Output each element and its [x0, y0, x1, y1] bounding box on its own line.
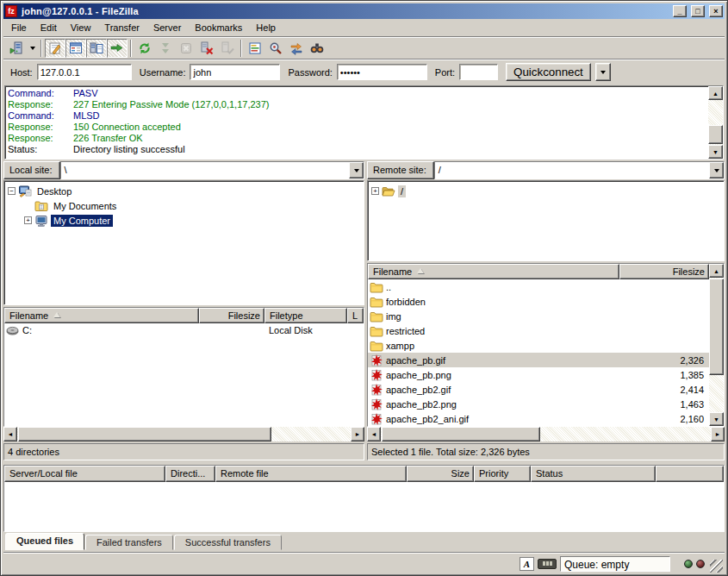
remote-file-row[interactable]: apache_pb.png1,385	[368, 367, 709, 382]
process-queue-button[interactable]	[155, 39, 176, 58]
tab-failed-transfers[interactable]: Failed transfers	[85, 535, 173, 550]
scroll-down-icon[interactable]: ▼	[709, 412, 724, 426]
directory-comparison-icon	[269, 41, 283, 55]
tab-successful-transfers[interactable]: Successful transfers	[174, 535, 282, 550]
remote-site-combo[interactable]: /	[434, 161, 725, 179]
local-list-body[interactable]: C: Local Disk	[4, 323, 364, 427]
find-files-button[interactable]	[307, 39, 327, 58]
cancel-operation-button[interactable]	[176, 39, 196, 58]
synchronized-browsing-button[interactable]	[286, 39, 307, 58]
quickconnect-dropdown-button[interactable]	[595, 63, 611, 81]
tab-queued-files[interactable]: Queued files	[5, 533, 84, 550]
data-type-indicator-icon[interactable]: A	[520, 557, 534, 571]
host-input[interactable]	[37, 64, 132, 80]
remote-file-row[interactable]: xampp	[368, 338, 709, 353]
scroll-up-icon[interactable]: ▲	[709, 264, 724, 278]
scrollbar-thumb[interactable]	[709, 279, 724, 375]
remote-file-row[interactable]: forbidden	[368, 294, 709, 309]
scroll-right-icon[interactable]: ►	[711, 427, 725, 441]
log-vertical-scrollbar[interactable]: ▲ ▼	[708, 86, 723, 159]
column-header-direction[interactable]: Directi...	[165, 466, 215, 482]
remote-site-value[interactable]: /	[435, 162, 709, 178]
tree-item-my-documents[interactable]: My Documents	[24, 198, 362, 213]
speed-limit-indicator-icon[interactable]	[538, 559, 557, 569]
tree-item-my-computer[interactable]: + My Computer	[24, 213, 362, 228]
password-input[interactable]	[337, 64, 427, 80]
directory-listing-filters-button[interactable]	[245, 39, 265, 58]
toggle-remote-tree-button[interactable]	[86, 39, 107, 58]
folder-icon	[370, 295, 383, 309]
local-site-dropdown-button[interactable]	[349, 162, 364, 178]
remote-file-row[interactable]: apache_pb2.png1,463	[368, 397, 709, 411]
expand-icon[interactable]: +	[24, 216, 32, 224]
column-header-filename[interactable]: Filename	[368, 264, 619, 279]
menu-transfer[interactable]: Transfer	[97, 21, 146, 34]
resize-grip[interactable]	[710, 560, 723, 573]
directory-comparison-button[interactable]	[265, 39, 286, 58]
column-header-filesize[interactable]: Filesize	[199, 308, 264, 323]
remote-file-row[interactable]: ..	[368, 279, 709, 294]
toggle-transfer-queue-button[interactable]	[107, 39, 128, 58]
remote-list-body[interactable]: .. forbidden img restricted xampp apache…	[368, 279, 709, 426]
tree-item-desktop[interactable]: − Desktop	[8, 184, 362, 198]
local-site-combo[interactable]: \	[60, 161, 364, 179]
local-site-value[interactable]: \	[61, 162, 349, 178]
refresh-button[interactable]	[134, 39, 155, 58]
minimize-button[interactable]: _	[673, 5, 687, 17]
menu-help[interactable]: Help	[249, 21, 283, 34]
dropdown-arrow-icon	[30, 47, 35, 50]
menu-edit[interactable]: Edit	[34, 21, 64, 34]
menu-file[interactable]: File	[4, 21, 34, 34]
port-input[interactable]	[459, 64, 498, 80]
remote-file-row[interactable]: restricted	[368, 323, 709, 338]
scroll-up-icon[interactable]: ▲	[708, 86, 723, 100]
scrollbar-thumb[interactable]	[708, 125, 723, 144]
column-header-size[interactable]: Size	[407, 466, 474, 482]
remote-vertical-scrollbar[interactable]: ▲ ▼	[709, 264, 724, 426]
remote-file-row-selected[interactable]: apache_pb.gif2,326	[368, 353, 709, 367]
toggle-local-tree-button[interactable]	[65, 39, 86, 58]
column-header-last-modified[interactable]: L	[347, 308, 364, 323]
remote-horizontal-scrollbar[interactable]: ◄ ►	[367, 427, 725, 441]
remote-file-row[interactable]: apache_pb2_ani.gif2,160	[368, 411, 709, 426]
column-header-filesize[interactable]: Filesize	[619, 264, 709, 279]
menu-server[interactable]: Server	[146, 21, 188, 34]
toggle-message-log-button[interactable]	[45, 39, 65, 58]
title-bar[interactable]: fz john@127.0.0.1 - FileZilla _ □ ×	[3, 3, 725, 19]
remote-site-dropdown-button[interactable]	[709, 162, 724, 178]
scroll-right-icon[interactable]: ►	[351, 427, 364, 441]
remote-site-row: Remote site: /	[367, 161, 725, 179]
column-header-priority[interactable]: Priority	[474, 466, 531, 482]
column-header-remote-file[interactable]: Remote file	[215, 466, 407, 482]
site-manager-dropdown-button[interactable]	[27, 39, 38, 58]
disconnect-button[interactable]	[196, 39, 217, 58]
column-header-status[interactable]: Status	[531, 466, 656, 482]
maximize-button[interactable]: □	[691, 5, 705, 17]
scroll-left-icon[interactable]: ◄	[367, 427, 381, 441]
queue-body[interactable]	[4, 482, 724, 531]
collapse-icon[interactable]: −	[8, 187, 16, 195]
expand-icon[interactable]: +	[371, 187, 379, 195]
menu-bookmarks[interactable]: Bookmarks	[188, 21, 249, 34]
reconnect-button[interactable]	[217, 39, 238, 58]
menu-view[interactable]: View	[64, 21, 98, 34]
column-header-filename[interactable]: Filename	[4, 308, 199, 323]
close-button[interactable]: ×	[709, 5, 723, 17]
local-horizontal-scrollbar[interactable]: ◄ ►	[3, 427, 364, 441]
scrollbar-thumb[interactable]	[18, 427, 271, 441]
column-header-server-local-file[interactable]: Server/Local file	[4, 466, 165, 482]
scroll-down-icon[interactable]: ▼	[708, 145, 723, 159]
quickconnect-button[interactable]: Quickconnect	[506, 63, 591, 81]
scroll-left-icon[interactable]: ◄	[3, 427, 17, 441]
tree-item-root[interactable]: + /	[371, 184, 722, 198]
image-file-icon	[370, 368, 383, 382]
local-file-row[interactable]: C: Local Disk	[4, 323, 364, 338]
toolbar-separator	[240, 40, 242, 57]
scrollbar-thumb[interactable]	[382, 427, 540, 441]
remote-file-row[interactable]: img	[368, 309, 709, 323]
site-manager-button[interactable]	[6, 39, 27, 58]
log-line: Command:MLSD	[8, 110, 708, 122]
remote-file-row[interactable]: apache_pb2.gif2,414	[368, 382, 709, 397]
username-input[interactable]	[190, 64, 280, 80]
column-header-filetype[interactable]: Filetype	[264, 308, 347, 323]
